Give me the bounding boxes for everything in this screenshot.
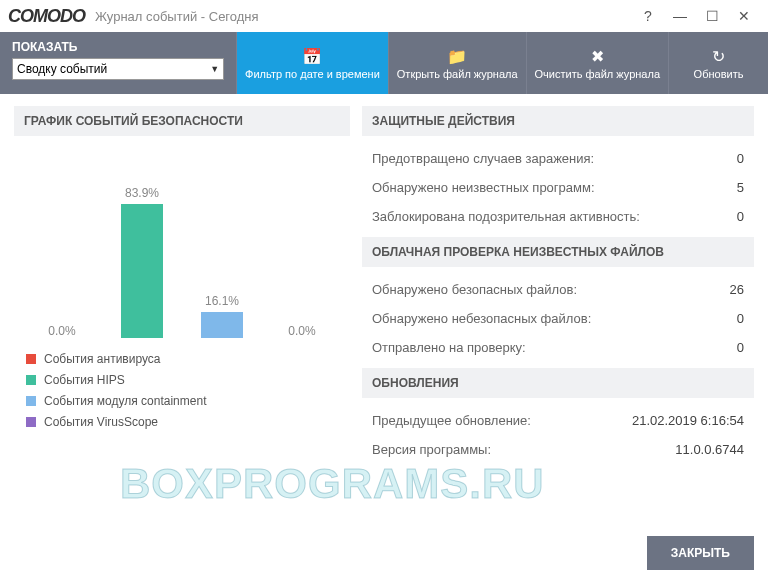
toolbar-btn-label: Очистить файл журнала xyxy=(535,68,660,80)
chart-bar: 16.1% xyxy=(192,312,252,338)
refresh-button[interactable]: ↻ Обновить xyxy=(668,32,768,94)
stat-value: 5 xyxy=(737,180,744,195)
stat-value: 0 xyxy=(737,209,744,224)
view-selector-panel: ПОКАЗАТЬ Сводку событий ▼ xyxy=(0,32,236,94)
stat-value: 0 xyxy=(737,311,744,326)
legend-label: События антивируса xyxy=(44,352,161,366)
clear-icon: ✖ xyxy=(591,47,604,66)
legend-swatch xyxy=(26,375,36,385)
stat-label: Предыдущее обновление: xyxy=(372,413,531,428)
stat-row: Версия программы:11.0.0.6744 xyxy=(362,435,754,464)
help-icon[interactable]: ? xyxy=(632,2,664,30)
stat-row: Обнаружено неизвестных программ:5 xyxy=(362,173,754,202)
legend-swatch xyxy=(26,417,36,427)
chart-section-title: ГРАФИК СОБЫТИЙ БЕЗОПАСНОСТИ xyxy=(14,106,350,136)
updates-section-title: ОБНОВЛЕНИЯ xyxy=(362,368,754,398)
bar-value-label: 0.0% xyxy=(272,324,332,338)
stat-value: 21.02.2019 6:16:54 xyxy=(632,413,744,428)
main-content: ГРАФИК СОБЫТИЙ БЕЗОПАСНОСТИ 0.0%83.9%16.… xyxy=(0,94,768,534)
legend-swatch xyxy=(26,396,36,406)
chart-bar: 0.0% xyxy=(272,324,332,338)
chart-bar: 0.0% xyxy=(32,324,92,338)
stat-row: Обнаружено небезопасных файлов:0 xyxy=(362,304,754,333)
cloud-section-title: ОБЛАЧНАЯ ПРОВЕРКА НЕИЗВЕСТНЫХ ФАЙЛОВ xyxy=(362,237,754,267)
folder-icon: 📁 xyxy=(447,47,467,66)
stat-value: 0 xyxy=(737,151,744,166)
defense-section-title: ЗАЩИТНЫЕ ДЕЙСТВИЯ xyxy=(362,106,754,136)
bar-value-label: 0.0% xyxy=(32,324,92,338)
stat-value: 11.0.0.6744 xyxy=(675,442,744,457)
stat-label: Версия программы: xyxy=(372,442,491,457)
stat-row: Отправлено на проверку:0 xyxy=(362,333,754,362)
bar-value-label: 83.9% xyxy=(112,186,172,200)
chart-bar: 83.9% xyxy=(112,204,172,338)
stat-label: Обнаружено небезопасных файлов: xyxy=(372,311,591,326)
stat-label: Обнаружено безопасных файлов: xyxy=(372,282,577,297)
stat-label: Обнаружено неизвестных программ: xyxy=(372,180,595,195)
filter-date-button[interactable]: 📅 Фильтр по дате и времени xyxy=(236,32,388,94)
security-events-chart: 0.0%83.9%16.1%0.0% xyxy=(22,146,342,338)
stat-label: Предотвращено случаев заражения: xyxy=(372,151,594,166)
view-selector-value: Сводку событий xyxy=(17,62,107,76)
stat-label: Заблокирована подозрительная активность: xyxy=(372,209,640,224)
legend-item: События HIPS xyxy=(26,373,338,387)
close-icon[interactable]: ✕ xyxy=(728,2,760,30)
toolbar-btn-label: Открыть файл журнала xyxy=(397,68,518,80)
close-button[interactable]: ЗАКРЫТЬ xyxy=(647,536,754,570)
bar-rect xyxy=(201,312,243,338)
legend-item: События VirusScope xyxy=(26,415,338,429)
footer: ЗАКРЫТЬ xyxy=(0,536,768,570)
stat-row: Заблокирована подозрительная активность:… xyxy=(362,202,754,231)
legend-label: События VirusScope xyxy=(44,415,158,429)
stats-column: ЗАЩИТНЫЕ ДЕЙСТВИЯ Предотвращено случаев … xyxy=(362,106,754,534)
toolbar: ПОКАЗАТЬ Сводку событий ▼ 📅 Фильтр по да… xyxy=(0,32,768,94)
stat-label: Отправлено на проверку: xyxy=(372,340,526,355)
chevron-down-icon: ▼ xyxy=(210,64,219,74)
toolbar-btn-label: Фильтр по дате и времени xyxy=(245,68,380,80)
chart-legend: События антивирусаСобытия HIPSСобытия мо… xyxy=(14,352,350,429)
refresh-icon: ↻ xyxy=(712,47,725,66)
clear-log-button[interactable]: ✖ Очистить файл журнала xyxy=(526,32,668,94)
toolbar-btn-label: Обновить xyxy=(694,68,744,80)
legend-item: События модуля containment xyxy=(26,394,338,408)
view-selector-dropdown[interactable]: Сводку событий ▼ xyxy=(12,58,224,80)
titlebar: COMODO Журнал событий - Сегодня ? — ☐ ✕ xyxy=(0,0,768,32)
stat-row: Предыдущее обновление:21.02.2019 6:16:54 xyxy=(362,406,754,435)
legend-swatch xyxy=(26,354,36,364)
stat-row: Предотвращено случаев заражения:0 xyxy=(362,144,754,173)
chart-column: ГРАФИК СОБЫТИЙ БЕЗОПАСНОСТИ 0.0%83.9%16.… xyxy=(14,106,350,534)
legend-item: События антивируса xyxy=(26,352,338,366)
stat-row: Обнаружено безопасных файлов:26 xyxy=(362,275,754,304)
window-title: Журнал событий - Сегодня xyxy=(95,9,259,24)
legend-label: События HIPS xyxy=(44,373,125,387)
maximize-icon[interactable]: ☐ xyxy=(696,2,728,30)
bar-rect xyxy=(121,204,163,338)
app-logo: COMODO xyxy=(8,6,85,27)
bar-value-label: 16.1% xyxy=(192,294,252,308)
calendar-icon: 📅 xyxy=(302,47,322,66)
stat-value: 0 xyxy=(737,340,744,355)
minimize-icon[interactable]: — xyxy=(664,2,696,30)
view-selector-label: ПОКАЗАТЬ xyxy=(12,40,224,54)
open-log-button[interactable]: 📁 Открыть файл журнала xyxy=(388,32,526,94)
stat-value: 26 xyxy=(730,282,744,297)
legend-label: События модуля containment xyxy=(44,394,206,408)
